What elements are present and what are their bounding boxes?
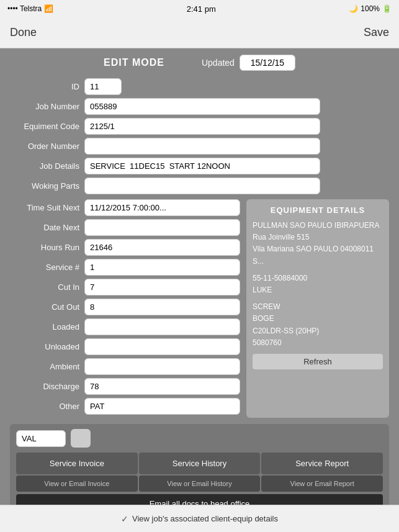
equip-line2: Rua Joinville 515 (253, 232, 383, 243)
equip-line6: LUKE (253, 284, 383, 296)
equip-line1: PULLMAN SAO PAULO IBIRAPUERA (253, 220, 383, 232)
updated-row: Updated (202, 55, 295, 71)
checkmark-icon: ✓ (121, 514, 128, 524)
ambient-input[interactable] (84, 358, 240, 375)
cut-in-row: Cut In (10, 279, 240, 295)
order-number-row: Order Number (10, 138, 389, 155)
main-content: EDIT MODE Updated ID Job Number Equiment… (0, 48, 399, 505)
hours-run-input[interactable] (84, 239, 240, 256)
woking-parts-input[interactable] (84, 178, 320, 194)
time-suit-next-row: Time Suit Next (10, 199, 240, 216)
other-input[interactable] (84, 398, 240, 415)
service-buttons-row1: Service Invoice Service History Service … (16, 453, 383, 474)
left-column: Time Suit Next Date Next Hours Run Servi… (10, 199, 240, 418)
cut-out-input[interactable] (84, 299, 240, 315)
service-report-button[interactable]: Service Report (261, 453, 383, 474)
ambient-row: Ambient (10, 358, 240, 375)
woking-parts-row: Woking Parts (10, 178, 389, 194)
updated-input[interactable] (240, 55, 295, 71)
equip-line10: C20LDR-SS (20HP) (253, 325, 383, 337)
other-row: Other (10, 398, 240, 415)
loaded-row: Loaded (10, 318, 240, 335)
cut-in-label: Cut In (10, 282, 84, 292)
equipment-code-row: Equiment Code (10, 118, 389, 135)
discharge-row: Discharge (10, 378, 240, 395)
status-left: •••• Telstra 📶 (7, 4, 53, 13)
hours-run-label: Hours Run (10, 243, 84, 252)
service-num-row: Service # (10, 259, 240, 276)
job-number-row: Job Number (10, 98, 389, 115)
wifi-icon: 📶 (44, 4, 53, 13)
battery-icon: 🔋 (382, 4, 392, 13)
unloaded-row: Unloaded (10, 338, 240, 355)
battery-text: 100% (361, 4, 380, 13)
id-input[interactable] (84, 78, 122, 95)
id-label: ID (10, 82, 84, 91)
hours-run-row: Hours Run (10, 239, 240, 256)
date-next-label: Date Next (10, 223, 84, 232)
equip-line5: 55-11-50884000 (253, 273, 383, 284)
other-label: Other (10, 402, 84, 411)
nav-bar: Done Save (0, 17, 399, 48)
equip-line11: 5080760 (253, 337, 383, 349)
cut-in-input[interactable] (84, 279, 240, 295)
service-buttons-row2: View or Email Invoice View or Email Hist… (16, 476, 383, 492)
job-details-label: Job Details (10, 161, 84, 171)
status-time: 2:41 pm (187, 4, 216, 14)
updated-label: Updated (202, 58, 235, 68)
edit-mode-row: EDIT MODE Updated (10, 55, 389, 71)
val-input[interactable] (16, 430, 66, 447)
save-button[interactable]: Save (364, 26, 389, 39)
time-suit-next-input[interactable] (84, 199, 240, 216)
date-next-input[interactable] (84, 219, 240, 236)
equipment-info: PULLMAN SAO PAULO IBIRAPUERA Rua Joinvil… (253, 220, 383, 349)
carrier-text: •••• Telstra (7, 4, 42, 13)
val-row (16, 429, 383, 448)
done-button[interactable]: Done (10, 26, 37, 39)
equipment-title: EQUIPMENT DETAILS (253, 205, 383, 215)
equip-line8: SCREW (253, 301, 383, 313)
equipment-details-panel: EQUIPMENT DETAILS PULLMAN SAO PAULO IBIR… (246, 199, 389, 418)
time-suit-next-label: Time Suit Next (10, 203, 84, 212)
service-history-button[interactable]: Service History (139, 453, 261, 474)
view-email-invoice-button[interactable]: View or Email Invoice (16, 476, 138, 492)
service-num-label: Service # (10, 263, 84, 272)
loaded-input[interactable] (84, 318, 240, 335)
status-bar: •••• Telstra 📶 2:41 pm 🌙 100% 🔋 (0, 0, 399, 17)
job-number-label: Job Number (10, 102, 84, 111)
unloaded-label: Unloaded (10, 342, 84, 351)
cut-out-label: Cut Out (10, 302, 84, 312)
view-email-history-button[interactable]: View or Email History (139, 476, 261, 492)
footer-label[interactable]: View job's associated client-equip detai… (132, 514, 278, 523)
status-right: 🌙 100% 🔋 (349, 4, 392, 13)
email-all-button[interactable]: Email all docs to head office (16, 494, 383, 505)
woking-parts-label: Woking Parts (10, 181, 84, 191)
equipment-code-label: Equiment Code (10, 122, 84, 131)
job-details-row: Job Details (10, 158, 389, 174)
refresh-button[interactable]: Refresh (253, 354, 383, 369)
view-email-report-button[interactable]: View or Email Report (261, 476, 383, 492)
val-action-button[interactable] (71, 429, 91, 448)
order-number-label: Order Number (10, 142, 84, 151)
discharge-label: Discharge (10, 382, 84, 391)
loaded-label: Loaded (10, 322, 84, 331)
two-col-section: Time Suit Next Date Next Hours Run Servi… (10, 199, 389, 418)
footer: ✓ View job's associated client-equip det… (0, 505, 399, 532)
order-number-input[interactable] (84, 138, 320, 155)
edit-mode-label: EDIT MODE (104, 57, 164, 68)
bottom-section: Service Invoice Service History Service … (10, 424, 389, 505)
cut-out-row: Cut Out (10, 299, 240, 315)
job-details-input[interactable] (84, 158, 320, 174)
service-num-input[interactable] (84, 259, 240, 276)
equipment-code-input[interactable] (84, 118, 320, 135)
job-number-input[interactable] (84, 98, 320, 115)
discharge-input[interactable] (84, 378, 240, 395)
equip-line9: BOGE (253, 313, 383, 325)
id-row: ID (10, 78, 389, 95)
date-next-row: Date Next (10, 219, 240, 236)
moon-icon: 🌙 (349, 4, 358, 13)
service-invoice-button[interactable]: Service Invoice (16, 453, 138, 474)
equip-line3: Vila Mariana SAO PAULO 04008011 S... (253, 243, 383, 267)
ambient-label: Ambient (10, 362, 84, 371)
unloaded-input[interactable] (84, 338, 240, 355)
